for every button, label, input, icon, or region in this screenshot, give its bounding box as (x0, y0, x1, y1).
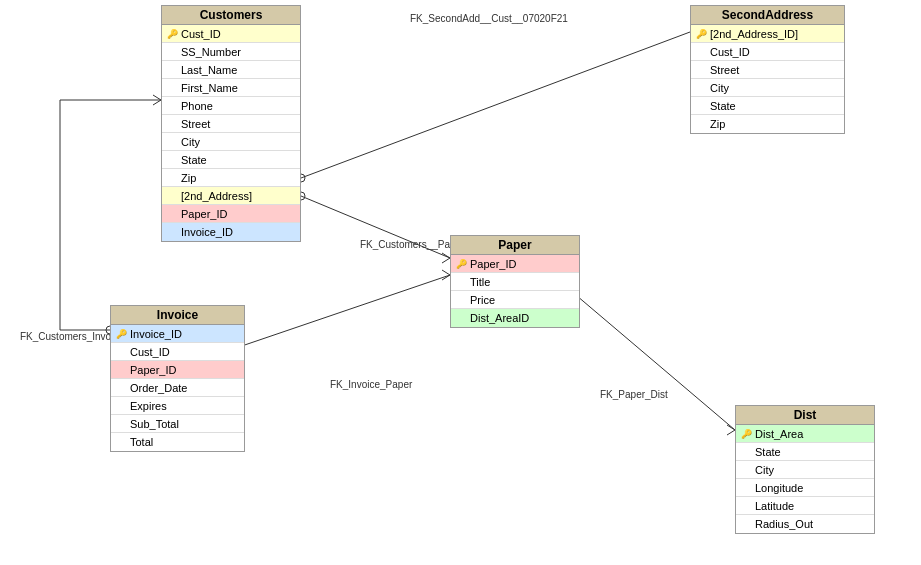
svg-line-22 (727, 425, 735, 430)
field-icon (740, 464, 752, 476)
svg-line-15 (230, 275, 450, 350)
svg-line-17 (442, 270, 450, 275)
invoice-field-invoice-id: 🔑 Invoice_ID (111, 325, 244, 343)
field-icon (455, 294, 467, 306)
invoice-field-order-date: Order_Date (111, 379, 244, 397)
field-icon (695, 82, 707, 94)
field-icon (695, 118, 707, 130)
field-icon (740, 446, 752, 458)
field-icon (166, 190, 178, 202)
field-icon (166, 100, 178, 112)
paper-field-price: Price (451, 291, 579, 309)
customers-field-cust-id: 🔑 Cust_ID (162, 25, 300, 43)
secondaddress-field-state: State (691, 97, 844, 115)
secondaddress-field-city: City (691, 79, 844, 97)
field-icon (740, 500, 752, 512)
field-icon (115, 364, 127, 376)
secondaddress-table-header: SecondAddress (691, 6, 844, 25)
dist-field-longitude: Longitude (736, 479, 874, 497)
pk-icon: 🔑 (115, 328, 127, 340)
field-icon (166, 208, 178, 220)
pk-icon: 🔑 (455, 258, 467, 270)
field-icon (455, 312, 467, 324)
field-icon (115, 436, 127, 448)
svg-line-6 (301, 196, 450, 258)
field-icon (166, 82, 178, 94)
secondaddress-field-zip: Zip (691, 115, 844, 133)
invoice-field-sub-total: Sub_Total (111, 415, 244, 433)
pk-icon: 🔑 (166, 28, 178, 40)
secondaddress-field-id: 🔑 [2nd_Address_ID] (691, 25, 844, 43)
field-icon (740, 482, 752, 494)
customers-field-street: Street (162, 115, 300, 133)
dist-field-latitude: Latitude (736, 497, 874, 515)
field-icon (695, 46, 707, 58)
pk-icon: 🔑 (740, 428, 752, 440)
paper-field-title: Title (451, 273, 579, 291)
svg-text:FK_Invoice_Paper: FK_Invoice_Paper (330, 379, 413, 390)
paper-table-header: Paper (451, 236, 579, 255)
field-icon (166, 154, 178, 166)
customers-field-2nd-address: [2nd_Address] (162, 187, 300, 205)
diagram-canvas: FK_SecondAdd__Cust__07020F21 FK_Customer… (0, 0, 921, 565)
svg-line-23 (727, 430, 735, 435)
invoice-field-cust-id: Cust_ID (111, 343, 244, 361)
invoice-table-header: Invoice (111, 306, 244, 325)
field-icon (166, 172, 178, 184)
dist-field-state: State (736, 443, 874, 461)
field-icon (166, 46, 178, 58)
customers-field-city: City (162, 133, 300, 151)
invoice-field-expires: Expires (111, 397, 244, 415)
customers-field-ss-number: SS_Number (162, 43, 300, 61)
field-icon (115, 400, 127, 412)
customers-field-paper-id: Paper_ID (162, 205, 300, 223)
svg-line-20 (570, 290, 735, 430)
dist-table-header: Dist (736, 406, 874, 425)
field-icon (166, 64, 178, 76)
invoice-field-total: Total (111, 433, 244, 451)
field-icon (695, 100, 707, 112)
svg-text:FK_Paper_Dist: FK_Paper_Dist (600, 389, 668, 400)
paper-table[interactable]: Paper 🔑 Paper_ID Title Price Dist_AreaID (450, 235, 580, 328)
dist-table[interactable]: Dist 🔑 Dist_Area State City Longitude La… (735, 405, 875, 534)
customers-table[interactable]: Customers 🔑 Cust_ID SS_Number Last_Name … (161, 5, 301, 242)
paper-field-dist-area-id: Dist_AreaID (451, 309, 579, 327)
field-icon (115, 382, 127, 394)
customers-field-last-name: Last_Name (162, 61, 300, 79)
pk-icon: 🔑 (695, 28, 707, 40)
customers-field-first-name: First_Name (162, 79, 300, 97)
customers-field-phone: Phone (162, 97, 300, 115)
customers-field-state: State (162, 151, 300, 169)
svg-text:FK_Customers_Invoice: FK_Customers_Invoice (20, 331, 124, 342)
field-icon (455, 276, 467, 288)
paper-field-paper-id: 🔑 Paper_ID (451, 255, 579, 273)
svg-line-18 (442, 275, 450, 280)
secondaddress-field-street: Street (691, 61, 844, 79)
customers-table-header: Customers (162, 6, 300, 25)
customers-field-invoice-id: Invoice_ID (162, 223, 300, 241)
svg-line-12 (153, 95, 161, 100)
dist-field-dist-area: 🔑 Dist_Area (736, 425, 874, 443)
customers-field-zip: Zip (162, 169, 300, 187)
invoice-field-paper-id: Paper_ID (111, 361, 244, 379)
secondaddress-field-cust-id: Cust_ID (691, 43, 844, 61)
field-icon (166, 136, 178, 148)
field-icon (740, 518, 752, 530)
svg-line-13 (153, 100, 161, 105)
field-icon (695, 64, 707, 76)
field-icon (115, 346, 127, 358)
svg-line-8 (442, 258, 450, 263)
svg-line-1 (301, 32, 690, 178)
field-icon (115, 418, 127, 430)
secondaddress-table[interactable]: SecondAddress 🔑 [2nd_Address_ID] Cust_ID… (690, 5, 845, 134)
svg-text:FK_SecondAdd__Cust__07020F21: FK_SecondAdd__Cust__07020F21 (410, 13, 568, 24)
svg-line-7 (442, 253, 450, 258)
invoice-table[interactable]: Invoice 🔑 Invoice_ID Cust_ID Paper_ID Or… (110, 305, 245, 452)
field-icon (166, 226, 178, 238)
field-icon (166, 118, 178, 130)
dist-field-city: City (736, 461, 874, 479)
dist-field-radius-out: Radius_Out (736, 515, 874, 533)
